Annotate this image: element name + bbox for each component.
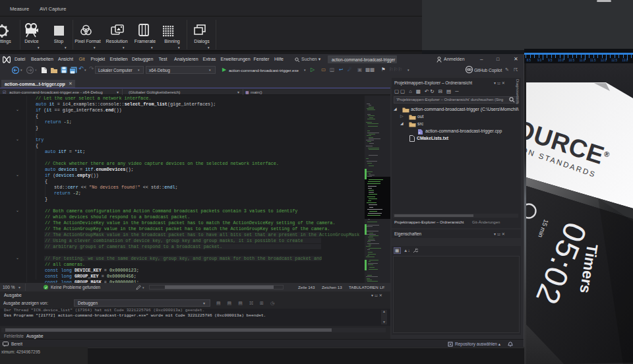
svg-text:+: + — [419, 131, 421, 135]
